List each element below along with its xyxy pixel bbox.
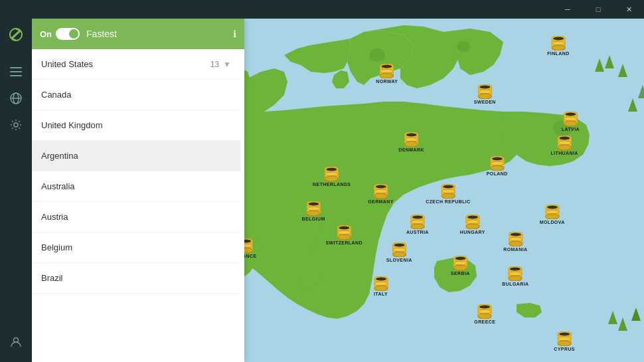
svg-point-171 xyxy=(341,226,347,228)
close-button[interactable]: ✕ xyxy=(613,0,644,19)
toggle-track[interactable] xyxy=(56,28,80,40)
barrel-icon xyxy=(464,215,481,229)
country-list[interactable]: United States13▼CanadaUnited KingdomArge… xyxy=(32,49,244,362)
svg-rect-1 xyxy=(10,71,22,72)
expand-icon: ▼ xyxy=(223,60,231,69)
sidebar-settings-icon[interactable] xyxy=(4,113,28,137)
svg-point-6 xyxy=(14,123,18,127)
svg-point-221 xyxy=(512,234,519,236)
marker-poland[interactable]: POLAND xyxy=(487,156,508,176)
marker-austria[interactable]: AUSTRIA xyxy=(406,215,429,234)
svg-point-101 xyxy=(329,168,335,170)
marker-sweden[interactable]: SWEDEN xyxy=(474,84,496,104)
marker-label: BULGARIA xyxy=(502,282,528,286)
marker-germany[interactable]: GERMANY xyxy=(368,184,394,204)
country-item-canada[interactable]: Canada xyxy=(32,80,240,110)
marker-bulgaria[interactable]: BULGARIA xyxy=(502,266,528,286)
country-name: Australia xyxy=(41,181,231,191)
marker-greece[interactable]: GREECE xyxy=(474,304,495,324)
marker-finland[interactable]: FINLAND xyxy=(547,36,570,56)
country-item-united-kingdom[interactable]: United Kingdom xyxy=(32,110,240,141)
country-name: United States xyxy=(41,59,210,69)
marker-label: GREECE xyxy=(474,319,495,324)
info-icon[interactable]: ℹ xyxy=(233,29,236,39)
marker-czech-republic[interactable]: CZECH REPUBLIC xyxy=(426,184,470,204)
marker-label: NETHERLANDS xyxy=(313,182,351,187)
svg-point-31 xyxy=(384,65,390,67)
marker-label: SWEDEN xyxy=(474,100,496,104)
country-item-united-states[interactable]: United States13▼ xyxy=(32,49,240,80)
barrel-icon xyxy=(378,64,396,78)
barrel-icon xyxy=(372,184,390,199)
marker-label: CYPRUS xyxy=(554,347,575,351)
marker-lithuania[interactable]: LITHUANIA xyxy=(550,136,578,155)
barrel-icon xyxy=(323,167,341,181)
marker-label: SERBIA xyxy=(451,271,470,276)
marker-serbia[interactable]: SERBIA xyxy=(451,256,470,276)
barrel-icon xyxy=(409,215,426,229)
svg-point-71 xyxy=(561,137,568,139)
marker-label: FINLAND xyxy=(547,51,570,56)
barrel-icon xyxy=(544,205,561,219)
barrel-icon xyxy=(451,256,469,270)
marker-label: ROMANIA xyxy=(503,247,527,252)
marker-norway[interactable]: NORWAY xyxy=(376,64,398,84)
app-logo xyxy=(5,24,27,45)
country-item-argentina[interactable]: Argentina xyxy=(32,141,240,171)
svg-point-151 xyxy=(310,203,317,205)
toggle-switch[interactable]: On xyxy=(40,28,80,40)
barrel-icon xyxy=(372,276,390,291)
country-item-australia[interactable]: Australia xyxy=(32,171,240,202)
dropdown-panel: On Fastest ℹ United States13▼CanadaUnite… xyxy=(32,19,244,362)
marker-denmark[interactable]: DENMARK xyxy=(398,132,424,152)
marker-label: HUNGARY xyxy=(460,230,485,234)
marker-italy[interactable]: ITALY xyxy=(372,276,390,296)
marker-label: NORWAY xyxy=(376,79,398,84)
marker-slovenia[interactable]: SLOVENIA xyxy=(386,242,412,262)
svg-point-111 xyxy=(408,134,415,136)
svg-point-281 xyxy=(481,306,488,308)
country-item-brazil[interactable]: Brazil xyxy=(32,263,240,294)
main-content: NORWAY FINLAND xyxy=(32,19,644,362)
svg-point-201 xyxy=(549,206,556,208)
country-name: United Kingdom xyxy=(41,120,231,130)
fastest-label: Fastest xyxy=(86,29,226,39)
country-name: Brazil xyxy=(41,273,231,283)
country-name: Canada xyxy=(41,90,231,100)
marker-cyprus[interactable]: CYPRUS xyxy=(554,331,575,351)
toggle-thumb xyxy=(69,29,78,39)
marker-latvia[interactable]: LATVIA xyxy=(562,112,580,132)
svg-point-191 xyxy=(469,217,476,219)
marker-netherlands[interactable]: NETHERLANDS xyxy=(313,167,351,187)
marker-label: AUSTRIA xyxy=(406,230,429,234)
server-count: 13 xyxy=(210,60,219,69)
marker-romania[interactable]: ROMANIA xyxy=(503,232,527,252)
barrel-icon xyxy=(390,242,408,257)
marker-label: ITALY xyxy=(374,292,388,296)
marker-label: DENMARK xyxy=(398,147,424,152)
barrel-icon xyxy=(403,132,420,147)
country-item-austria[interactable]: Austria xyxy=(32,202,240,232)
marker-moldova[interactable]: MOLDOVA xyxy=(540,205,565,225)
sidebar-user-icon[interactable] xyxy=(4,330,28,354)
marker-label: GERMANY xyxy=(368,199,394,204)
svg-point-231 xyxy=(457,258,463,260)
maximize-button[interactable]: □ xyxy=(583,0,613,19)
country-item-belgium[interactable]: Belgium xyxy=(32,232,240,263)
marker-hungary[interactable]: HUNGARY xyxy=(460,215,485,234)
barrel-icon xyxy=(556,331,573,346)
svg-point-251 xyxy=(512,268,519,270)
marker-label: POLAND xyxy=(487,171,508,176)
barrel-icon xyxy=(556,136,573,150)
marker-label: LITHUANIA xyxy=(550,151,578,155)
svg-point-181 xyxy=(414,217,421,219)
marker-label: BELGIUM xyxy=(302,217,325,221)
marker-switzerland[interactable]: SWITZERLAND xyxy=(326,225,362,245)
sidebar-globe-icon[interactable] xyxy=(4,86,28,110)
minimize-button[interactable]: ─ xyxy=(552,0,583,19)
sidebar-menu-icon[interactable] xyxy=(4,60,28,84)
barrel-icon xyxy=(550,36,567,50)
sidebar xyxy=(0,19,32,362)
marker-label: LATVIA xyxy=(562,127,580,132)
marker-belgium[interactable]: BELGIUM xyxy=(302,201,325,221)
